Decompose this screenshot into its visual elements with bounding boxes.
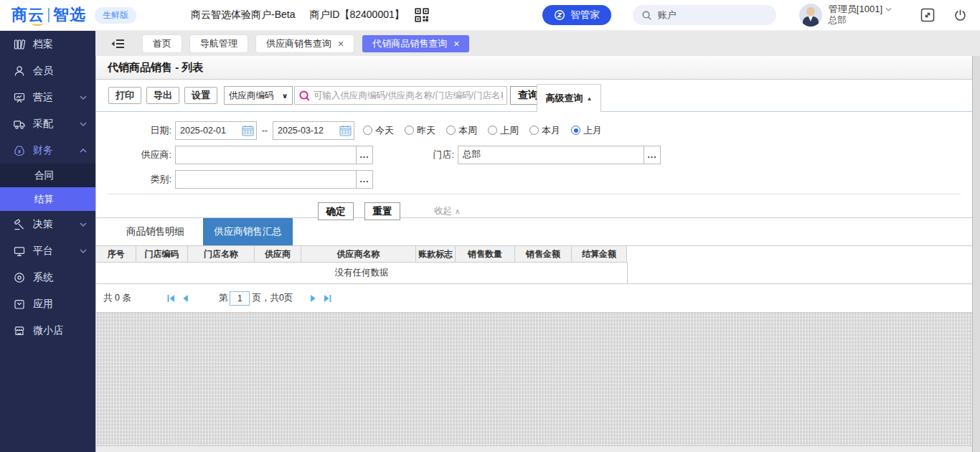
advanced-query-tab[interactable]: 高级查询 ▲	[537, 84, 601, 112]
close-icon[interactable]: ×	[453, 39, 459, 49]
close-icon[interactable]: ×	[338, 39, 344, 49]
collapse-panel-link[interactable]: 收起 ∧	[434, 205, 460, 217]
next-page-icon[interactable]	[308, 293, 319, 303]
radio-label: 昨天	[417, 124, 435, 137]
page-title-bar: 代销商品销售 - 列表	[96, 56, 972, 80]
logo-divider	[48, 8, 50, 22]
sidebar-item-label: 采配	[33, 118, 53, 131]
workspace-tab-nav-manage[interactable]: 导航管理	[190, 35, 248, 52]
microstore-icon	[13, 324, 26, 337]
chevron-down-icon	[80, 95, 87, 100]
chevron-down-icon: ∨	[282, 92, 288, 100]
column-header-seq[interactable]: 序号	[96, 246, 136, 263]
keyword-search-input[interactable]	[314, 90, 503, 100]
calendar-icon[interactable]	[242, 125, 254, 138]
column-header-store-name[interactable]: 门店名称	[188, 246, 255, 263]
sidebar-collapse-icon[interactable]	[110, 37, 126, 50]
pager-left-icons	[166, 293, 190, 303]
workspace-tab-home[interactable]: 首页	[143, 35, 182, 52]
radio-yesterday[interactable]: 昨天	[405, 124, 435, 137]
search-field-select[interactable]: 供应商编码 ∨	[224, 86, 293, 105]
radio-last-month[interactable]: 上月	[571, 124, 602, 137]
print-button[interactable]: 打印	[108, 87, 141, 104]
column-header-sales-amount[interactable]: 销售金额	[515, 246, 572, 263]
column-header-sales-qty[interactable]: 销售数量	[456, 246, 515, 263]
search-icon	[641, 10, 652, 21]
calendar-icon[interactable]	[339, 125, 352, 138]
category-input[interactable]	[175, 170, 357, 189]
page-prefix: 第	[219, 292, 228, 304]
supplier-label: 供应商:	[96, 149, 175, 161]
sidebar-item-archive[interactable]: 档案	[0, 31, 95, 57]
logout-power-icon[interactable]	[953, 9, 967, 22]
tab-supplier-sales-summary[interactable]: 供应商销售汇总	[203, 218, 293, 245]
result-tab-label: 供应商销售汇总	[214, 225, 282, 238]
radio-this-week[interactable]: 本周	[446, 124, 477, 137]
radio-last-week[interactable]: 上周	[488, 124, 519, 137]
sidebar-subitem-settlement[interactable]: 结算	[0, 187, 95, 211]
sidebar-item-finance[interactable]: ¥ 财务	[0, 137, 95, 164]
sidebar-subitem-label: 结算	[34, 193, 54, 206]
page-number-input[interactable]	[230, 291, 250, 306]
horizontal-scrollbar[interactable]	[96, 446, 972, 452]
settings-button[interactable]: 设置	[184, 87, 217, 104]
triangle-up-icon: ▲	[587, 95, 593, 102]
qr-code-icon[interactable]	[415, 8, 429, 22]
radio-this-month[interactable]: 本月	[529, 124, 560, 137]
workspace-background	[96, 313, 972, 452]
user-info[interactable]: 管理员[1001] 总部	[829, 4, 892, 27]
app-window: 商云 智选 生鲜版 商云智选体验商户-Beta 商户ID【82400001】 智…	[0, 0, 980, 452]
top-header: 商云 智选 生鲜版 商云智选体验商户-Beta 商户ID【82400001】 智…	[0, 0, 980, 31]
chevron-down-icon	[80, 122, 87, 126]
supplier-lookup-button[interactable]: ...	[357, 146, 373, 164]
sidebar-item-decision[interactable]: 决策	[0, 211, 95, 237]
workspace-tab-supplier-sales-query[interactable]: 供应商销售查询 ×	[256, 35, 354, 52]
sidebar-item-microstore[interactable]: 微小店	[0, 317, 95, 344]
user-avatar[interactable]	[799, 4, 822, 27]
column-header-store-code[interactable]: 门店编码	[136, 246, 188, 263]
sidebar-item-system[interactable]: 系统	[0, 264, 95, 291]
sidebar: 档案 会员 营运 采配	[0, 31, 95, 452]
category-lookup-button[interactable]: ...	[357, 170, 373, 189]
fullscreen-icon[interactable]	[920, 8, 935, 22]
radio-today[interactable]: 今天	[363, 124, 394, 137]
workspace-tab-consignment-sales-query[interactable]: 代销商品销售查询 ×	[362, 35, 469, 52]
page-suffix: 页，共0页	[252, 292, 293, 304]
store-input[interactable]	[458, 146, 644, 164]
column-header-settle-amount[interactable]: 结算金额	[572, 246, 627, 263]
column-header-supplier-name[interactable]: 供应商名称	[301, 246, 416, 263]
sidebar-subitem-label: 合同	[34, 169, 54, 182]
column-header-supplier[interactable]: 供应商	[255, 246, 301, 263]
sidebar-item-platform[interactable]: 平台	[0, 237, 95, 264]
sidebar-item-procurement[interactable]: 采配	[0, 110, 95, 137]
brand-logo: 商云 智选	[11, 4, 86, 26]
sidebar-item-member[interactable]: 会员	[0, 57, 95, 84]
merchant-id: 商户ID【82400001】	[309, 9, 404, 22]
decision-icon	[13, 218, 26, 231]
sidebar-item-operation[interactable]: 营运	[0, 84, 95, 110]
export-button[interactable]: 导出	[146, 87, 179, 104]
date-range-separator: --	[262, 126, 268, 136]
page-title: 代销商品销售 - 列表	[108, 61, 203, 75]
system-icon	[13, 271, 26, 284]
column-header-account-flag[interactable]: 账款标志	[416, 246, 456, 263]
date-to-input[interactable]	[273, 122, 336, 139]
sidebar-subitem-contract[interactable]: 合同	[0, 164, 95, 187]
supplier-input[interactable]	[175, 146, 357, 164]
empty-data-text: 没有任何数据	[96, 263, 628, 283]
store-lookup-button[interactable]: ...	[644, 146, 661, 164]
account-search[interactable]: 账户	[633, 5, 776, 25]
first-page-icon[interactable]	[166, 293, 176, 303]
workspace-tab-label: 供应商销售查询	[266, 37, 331, 50]
tab-product-sales-detail[interactable]: 商品销售明细	[108, 218, 203, 245]
export-label: 导出	[154, 89, 172, 102]
assistant-button[interactable]: 智管家	[542, 5, 611, 25]
header-right-group: 智管家 账户 管理员[1001] 总部	[542, 4, 967, 27]
last-page-icon[interactable]	[323, 293, 333, 303]
date-from-input[interactable]	[176, 122, 239, 139]
radio-dot	[529, 126, 539, 135]
member-icon	[13, 65, 26, 77]
sidebar-item-apps[interactable]: 应用	[0, 291, 95, 317]
procurement-icon	[13, 118, 26, 131]
prev-page-icon[interactable]	[180, 293, 190, 303]
